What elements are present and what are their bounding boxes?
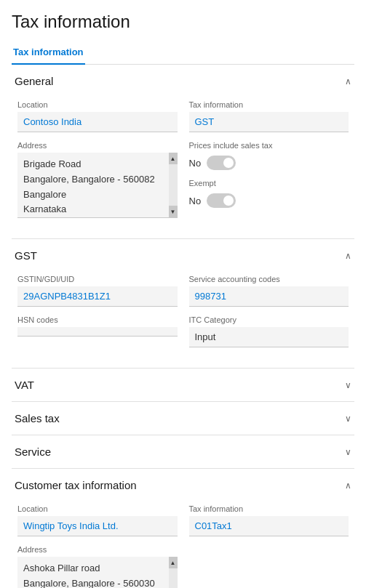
section-general: General ∧ Location Contoso India Tax inf… — [12, 65, 354, 239]
scroll-track — [169, 164, 178, 206]
section-general-title: General — [15, 75, 53, 87]
location-value[interactable]: Contoso India — [17, 112, 178, 132]
scroll-down-button[interactable]: ▼ — [169, 206, 178, 217]
section-gst-title: GST — [15, 249, 37, 262]
scroll-up-button[interactable]: ▲ — [169, 153, 178, 164]
customer-location-group: Location Wingtip Toys India Ltd. — [17, 504, 178, 536]
exempt-toggle[interactable] — [207, 193, 236, 208]
hsn-group: HSN codes — [17, 315, 178, 347]
section-vat-header[interactable]: VAT ∨ — [12, 368, 354, 401]
customer-tax-info-group: Tax information C01Tax1 — [189, 504, 349, 536]
customer-scroll-track — [169, 568, 178, 588]
gstin-value[interactable]: 29AGNPB4831B1Z1 — [17, 286, 178, 307]
exempt-toggle-row: No — [189, 193, 349, 208]
tax-info-value[interactable]: GST — [189, 112, 349, 132]
hsn-label: HSN codes — [17, 315, 178, 324]
tabs-bar: Tax information — [12, 41, 354, 65]
customer-address-container: Ashoka Pillar road Bangalore, Bangalore … — [17, 557, 178, 588]
section-general-header[interactable]: General ∧ — [12, 65, 354, 97]
gst-row2: HSN codes ITC Category Input — [17, 315, 349, 347]
section-general-body: Location Contoso India Tax information G… — [12, 97, 354, 238]
section-vat: VAT ∨ — [12, 368, 354, 402]
general-location-group: Location Contoso India — [17, 100, 178, 132]
address-text: Brigade Road Bangalore, Bangalore - 5600… — [17, 153, 178, 218]
section-gst-body: GSTIN/GDI/UID 29AGNPB4831B1Z1 Service ac… — [12, 272, 354, 368]
prices-include-value: No — [189, 158, 202, 169]
tax-info-label: Tax information — [189, 100, 349, 109]
customer-location-label: Location — [17, 504, 178, 513]
page-container: Tax information Tax information General … — [0, 0, 366, 588]
gstin-group: GSTIN/GDI/UID 29AGNPB4831B1Z1 — [17, 275, 178, 307]
tab-tax-information[interactable]: Tax information — [12, 41, 85, 65]
customer-address-label: Address — [17, 545, 178, 554]
section-gst-chevron: ∧ — [345, 251, 351, 261]
customer-tax-info-label: Tax information — [189, 504, 349, 513]
hsn-value[interactable] — [17, 327, 178, 337]
exempt-label: Exempt — [189, 179, 349, 188]
service-codes-label: Service accounting codes — [189, 275, 349, 283]
prices-include-group: Prices include sales tax No — [189, 141, 349, 170]
prices-include-toggle-row: No — [189, 156, 349, 170]
location-label: Location — [17, 100, 178, 109]
customer-address-right-spacer — [189, 545, 349, 588]
itc-label: ITC Category — [189, 315, 349, 324]
customer-address-row: Address Ashoka Pillar road Bangalore, Ba… — [17, 545, 349, 588]
gst-row1: GSTIN/GDI/UID 29AGNPB4831B1Z1 Service ac… — [17, 275, 349, 307]
customer-tax-info-value[interactable]: C01Tax1 — [189, 516, 349, 536]
section-customer-tax-header[interactable]: Customer tax information ∧ — [12, 469, 354, 502]
section-sales-tax: Sales tax ∨ — [12, 402, 354, 435]
general-location-row: Location Contoso India Tax information G… — [17, 100, 349, 132]
service-codes-value[interactable]: 998731 — [189, 286, 349, 307]
section-general-chevron: ∧ — [345, 76, 351, 86]
gstin-label: GSTIN/GDI/UID — [17, 275, 178, 283]
address-container: Brigade Road Bangalore, Bangalore - 5600… — [17, 153, 178, 218]
customer-location-row: Location Wingtip Toys India Ltd. Tax inf… — [17, 504, 349, 536]
section-sales-tax-title: Sales tax — [15, 412, 60, 424]
general-toggles-group: Prices include sales tax No Exempt No — [189, 141, 349, 218]
prices-include-label: Prices include sales tax — [189, 141, 349, 150]
general-address-toggle-row: Address Brigade Road Bangalore, Bangalor… — [17, 141, 349, 218]
address-scrollbar: ▲ ▼ — [169, 153, 178, 217]
customer-address-scrollbar: ▲ ▼ — [169, 557, 178, 588]
customer-location-value[interactable]: Wingtip Toys India Ltd. — [17, 516, 178, 536]
section-gst: GST ∧ GSTIN/GDI/UID 29AGNPB4831B1Z1 Serv… — [12, 239, 354, 368]
itc-group: ITC Category Input — [189, 315, 349, 347]
section-sales-tax-header[interactable]: Sales tax ∨ — [12, 402, 354, 435]
customer-address-group: Address Ashoka Pillar road Bangalore, Ba… — [17, 545, 178, 588]
page-title: Tax information — [12, 12, 354, 32]
section-sales-tax-chevron: ∨ — [345, 414, 351, 424]
prices-include-toggle[interactable] — [207, 156, 236, 170]
customer-scroll-up-button[interactable]: ▲ — [169, 557, 178, 568]
section-customer-tax: Customer tax information ∧ Location Wing… — [12, 469, 354, 588]
section-customer-tax-body: Location Wingtip Toys India Ltd. Tax inf… — [12, 502, 354, 588]
section-customer-tax-title: Customer tax information — [15, 479, 137, 491]
section-gst-header[interactable]: GST ∧ — [12, 239, 354, 272]
general-tax-info-group: Tax information GST — [189, 100, 349, 132]
exempt-value: No — [189, 196, 202, 206]
section-vat-chevron: ∨ — [345, 380, 351, 390]
customer-address-text: Ashoka Pillar road Bangalore, Bangalore … — [17, 557, 178, 588]
exempt-group: Exempt No — [189, 179, 349, 208]
address-label: Address — [17, 141, 178, 150]
general-address-group: Address Brigade Road Bangalore, Bangalor… — [17, 141, 178, 218]
itc-value[interactable]: Input — [189, 327, 349, 347]
service-codes-group: Service accounting codes 998731 — [189, 275, 349, 307]
section-service-title: Service — [15, 446, 51, 458]
section-service: Service ∨ — [12, 435, 354, 469]
section-vat-title: VAT — [15, 379, 34, 391]
section-service-chevron: ∨ — [345, 447, 351, 457]
section-customer-tax-chevron: ∧ — [345, 480, 351, 491]
section-service-header[interactable]: Service ∨ — [12, 435, 354, 468]
